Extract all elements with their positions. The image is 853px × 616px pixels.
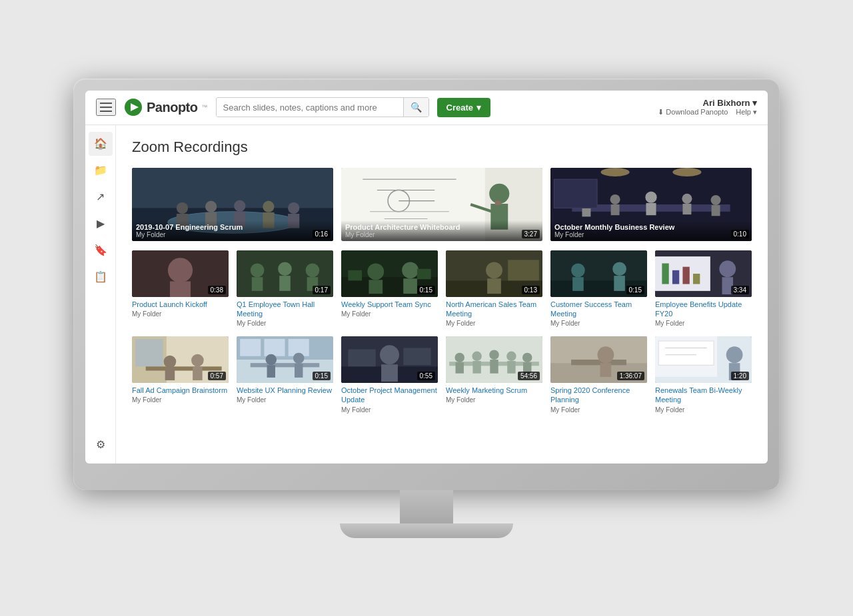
video-thumb-v8: 0:15 [550, 250, 647, 297]
logo-area[interactable]: Panopto ™ [124, 98, 208, 117]
svg-rect-46 [170, 281, 191, 297]
video-card-v11[interactable]: 0:15 Website UX Planning Review My Folde… [237, 336, 333, 414]
video-folder-v11: My Folder [237, 396, 333, 404]
svg-rect-49 [252, 277, 263, 291]
video-title-v13[interactable]: Weekly Marketing Scrum [446, 386, 542, 395]
video-card-v1[interactable]: 2019-10-07 Engineering Scrum My Folder 0… [132, 168, 333, 241]
svg-rect-70 [572, 277, 584, 291]
large-card-info-v3: October Monthly Business Review My Folde… [550, 220, 752, 241]
large-card-folder-v2: My Folder [345, 231, 538, 238]
video-thumb-v3: October Monthly Business Review My Folde… [550, 168, 752, 241]
video-thumb-v12: 0:55 [341, 336, 438, 383]
duration-v15: 1:20 [731, 372, 749, 380]
duration-v1: 0:16 [313, 230, 331, 238]
video-card-v13[interactable]: 54:56 Weekly Marketing Scrum My Folder [446, 336, 542, 414]
svg-rect-94 [251, 363, 320, 367]
sidebar-item-shared[interactable]: ↗ [89, 185, 113, 209]
search-input[interactable] [217, 99, 403, 117]
svg-rect-103 [348, 350, 375, 367]
video-card-v9[interactable]: 3:34 Employee Benefits Update FY20 My Fo… [655, 250, 752, 328]
svg-point-13 [263, 200, 274, 212]
svg-point-9 [205, 200, 217, 212]
video-card-v12[interactable]: 0:55 October Project Management Update M… [341, 336, 438, 414]
video-title-v8[interactable]: Customer Success Team Meeting [550, 300, 647, 319]
sidebar-item-folder[interactable]: 📁 [89, 158, 113, 182]
svg-rect-112 [490, 360, 498, 374]
search-icon: 🔍 [411, 102, 422, 113]
sidebar-item-recordings[interactable]: ▶ [89, 212, 113, 236]
download-panopto-link[interactable]: ⬇ Download Panopto [658, 108, 728, 117]
video-folder-v9: My Folder [655, 320, 752, 327]
svg-rect-36 [611, 204, 620, 215]
video-thumb-v2: Product Architecture Whiteboard My Folde… [341, 168, 542, 241]
sidebar-item-playlists[interactable]: 📋 [89, 265, 113, 289]
video-title-v15[interactable]: Renewals Team Bi-Weekly Meeting [655, 386, 752, 405]
video-title-v7[interactable]: North American Sales Team Meeting [446, 300, 542, 319]
svg-rect-60 [348, 270, 362, 280]
create-button[interactable]: Create ▾ [437, 98, 490, 117]
duration-v12: 0:55 [417, 372, 435, 380]
user-name[interactable]: Ari Bixhorn ▾ [658, 98, 757, 108]
video-title-v14[interactable]: Spring 2020 Conference Planning [550, 386, 647, 405]
svg-rect-59 [403, 278, 417, 294]
video-card-v8[interactable]: 0:15 Customer Success Team Meeting My Fo… [550, 250, 647, 328]
monitor-bezel: Panopto ™ 🔍 Create ▾ Ari Bixh [73, 79, 780, 490]
video-folder-v13: My Folder [446, 396, 542, 404]
svg-point-87 [191, 354, 204, 367]
svg-point-121 [597, 346, 614, 363]
video-card-v5[interactable]: 0:17 Q1 Employee Town Hall Meeting My Fo… [237, 250, 333, 328]
video-card-v4[interactable]: 0:38 Product Launch Kickoff My Folder [132, 250, 229, 328]
svg-point-64 [486, 262, 502, 278]
home-icon: 🏠 [94, 137, 107, 150]
svg-point-111 [489, 350, 499, 360]
create-label: Create [446, 103, 473, 113]
video-title-v10[interactable]: Fall Ad Campaign Brainstorm [132, 386, 229, 395]
large-card-title-v2: Product Architecture Whiteboard [345, 223, 538, 231]
search-container: 🔍 [216, 97, 429, 117]
main-layout: 🏠 📁 ↗ ▶ 🔖 [85, 125, 768, 463]
create-chevron-icon: ▾ [476, 103, 481, 113]
video-title-v12[interactable]: October Project Management Update [341, 386, 438, 405]
svg-point-107 [454, 353, 464, 363]
sidebar-item-bookmarks[interactable]: 🔖 [89, 238, 113, 262]
svg-point-7 [177, 202, 188, 213]
video-card-v3[interactable]: October Monthly Business Review My Folde… [550, 168, 752, 241]
sidebar-item-home[interactable]: 🏠 [89, 132, 113, 156]
svg-point-128 [726, 346, 743, 363]
sidebar: 🏠 📁 ↗ ▶ 🔖 [85, 125, 116, 463]
svg-rect-88 [193, 366, 203, 380]
svg-rect-84 [146, 366, 222, 370]
video-thumb-v6: 0:15 [341, 250, 438, 297]
hamburger-button[interactable] [96, 99, 116, 116]
video-thumb-v7: 0:13 [446, 250, 542, 297]
video-card-v6[interactable]: 0:15 Weekly Support Team Sync My Folder [341, 250, 438, 328]
search-button[interactable]: 🔍 [403, 98, 428, 117]
video-card-v2[interactable]: Product Architecture Whiteboard My Folde… [341, 168, 542, 241]
svg-point-69 [571, 263, 585, 277]
video-title-v5[interactable]: Q1 Employee Town Hall Meeting [237, 300, 333, 319]
video-thumb-v5: 0:17 [237, 250, 333, 297]
svg-rect-86 [165, 368, 175, 381]
video-card-v15[interactable]: 1:20 Renewals Team Bi-Weekly Meeting My … [655, 336, 752, 414]
video-card-v10[interactable]: 0:57 Fall Ad Campaign Brainstorm My Fold… [132, 336, 229, 414]
video-title-v11[interactable]: Website UX Planning Review [237, 386, 333, 395]
svg-point-31 [601, 168, 630, 176]
video-title-v9[interactable]: Employee Benefits Update FY20 [655, 300, 752, 319]
video-title-v4[interactable]: Product Launch Kickoff [132, 300, 229, 309]
video-info-v8: Customer Success Team Meeting My Folder [550, 297, 647, 328]
svg-rect-110 [472, 361, 480, 374]
svg-point-35 [610, 194, 620, 204]
duration-v2: 3:27 [522, 230, 540, 238]
svg-rect-27 [495, 200, 501, 204]
video-title-v6[interactable]: Weekly Support Team Sync [341, 300, 438, 309]
svg-rect-51 [279, 276, 291, 291]
video-card-v7[interactable]: 0:13 North American Sales Team Meeting M… [446, 250, 542, 328]
video-info-v13: Weekly Marketing Scrum My Folder [446, 383, 542, 404]
help-link[interactable]: Help ▾ [736, 108, 757, 117]
svg-point-109 [472, 352, 482, 362]
sidebar-item-settings[interactable]: ⚙ [89, 433, 113, 457]
svg-point-85 [164, 356, 177, 368]
svg-point-79 [719, 260, 736, 277]
video-card-v14[interactable]: 1:36:07 Spring 2020 Conference Planning … [550, 336, 647, 414]
svg-rect-43 [554, 179, 597, 208]
